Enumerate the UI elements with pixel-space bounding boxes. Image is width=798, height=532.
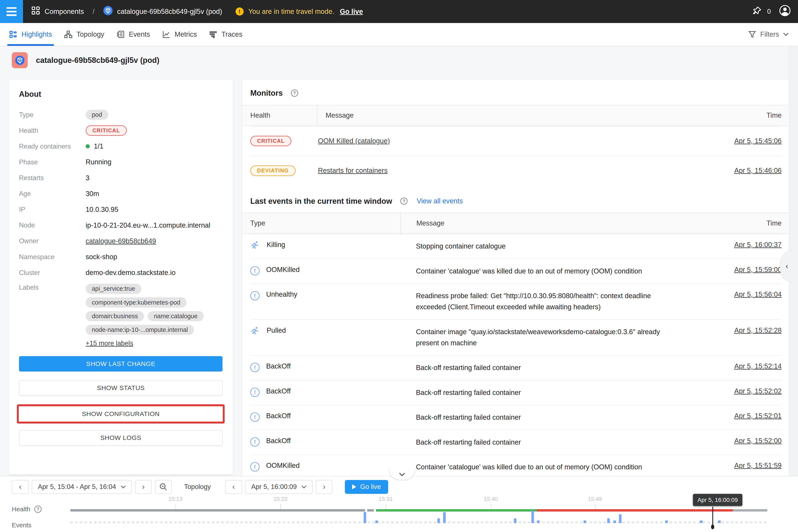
owner-link[interactable]: catalogue-69b58cb649 [86,237,156,245]
health-help-icon[interactable]: ? [34,506,41,513]
event-row[interactable]: !BackOffBack-off restarting failed conta… [250,355,782,380]
timeline-chart[interactable]: 15:1315:2215:3115:4015:49 Apr 5, 16:00:0… [70,476,770,532]
alert-circle-icon: ! [250,388,260,397]
event-time-link[interactable]: Apr 5, 15:52:00 [734,437,782,444]
action-button-show-logs[interactable]: SHOW LOGS [19,430,223,445]
event-type-label: BackOff [266,412,291,420]
monitor-message-cell: Restarts for containers [317,167,700,174]
event-type-cell: Killing [250,241,400,251]
event-row[interactable]: !BackOffBack-off restarting failed conta… [250,405,782,430]
alert-circle-icon: ! [250,437,260,446]
event-time-link[interactable]: Apr 5, 15:52:28 [734,326,782,334]
col-health: Health [250,112,317,119]
monitor-health-cell: CRITICAL [250,136,317,146]
event-time-cell: Apr 5, 15:52:14 [700,362,782,370]
hamburger-menu-button[interactable] [0,0,23,23]
breadcrumb-entity[interactable]: catalogue-69b58cb649-gjl5v (pod) [117,8,222,16]
monitor-message-link[interactable]: Restarts for containers [318,167,388,174]
monitors-help-icon[interactable]: ? [291,90,298,97]
traces-icon [209,30,217,38]
events-rows: KillingStopping container catalogueApr 5… [250,234,782,477]
about-row-label: Owner [19,237,86,245]
event-time-link[interactable]: Apr 5, 15:59:00 [734,266,782,273]
event-message-cell: Stopping container catalogue [400,241,700,252]
event-bar [607,518,610,523]
page-header: catalogue-69b58cb649-gjl5v (pod) [12,52,159,68]
details-card: Monitors ? Health Message Time CRITICALO… [242,79,790,477]
event-type-label: Killing [267,241,285,249]
monitor-row[interactable]: CRITICALOOM Killed (catalogue)Apr 5, 15:… [250,126,782,156]
event-row[interactable]: !UnhealthyReadiness probe failed: Get "h… [250,284,782,319]
event-bar [584,520,586,523]
range-prev-button[interactable]: ‹ [12,480,28,494]
about-row: Ownercatalogue-69b58cb649 [19,233,223,249]
tab-metrics[interactable]: Metrics [156,23,203,45]
monitor-time-link[interactable]: Apr 5, 15:45:06 [734,137,782,145]
event-type-cell: !BackOff [250,412,400,422]
events-title: Last events in the current time window [250,197,392,206]
playhead-tooltip: Apr 5, 16:00:09 [693,494,742,506]
event-time-link[interactable]: Apr 5, 15:52:02 [734,387,782,395]
pin-icon[interactable] [752,6,762,18]
monitor-message-link[interactable]: OOM Killed (catalogue) [318,137,390,145]
about-row-value: Running [86,158,112,166]
action-button-show-last-change[interactable]: SHOW LAST CHANGE [19,356,223,372]
event-bar [514,518,516,523]
monitor-status-badge: CRITICAL [250,136,291,146]
events-help-icon[interactable]: ? [400,197,407,205]
event-row[interactable]: !OOMKilledContainer 'catalogue' was kill… [250,259,782,284]
about-row: Typepod [19,107,223,123]
more-labels-link[interactable]: +15 more labels [86,340,133,347]
event-time-link[interactable]: Apr 5, 16:00:37 [734,241,782,248]
tab-traces[interactable]: Traces [203,23,248,45]
monitor-row[interactable]: DEVIATINGRestarts for containersApr 5, 1… [250,156,782,186]
tab-label: Traces [222,31,242,38]
label-pill: name:catalogue [148,311,204,321]
event-bar [531,511,534,523]
tick-line [175,504,176,510]
breadcrumb-section[interactable]: Components [44,8,84,16]
breadcrumb-separator: / [93,7,94,16]
events-icon [117,30,125,38]
label-pill: component-type:kubernetes-pod [86,297,187,307]
funnel-icon [748,31,756,38]
event-type-label: BackOff [266,387,291,395]
action-button-show-configuration[interactable]: SHOW CONFIGURATION [19,406,223,422]
tick-label: 15:40 [484,496,498,502]
filters-label: Filters [760,31,779,38]
event-row[interactable]: !BackOffBack-off restarting failed conta… [250,430,782,455]
event-time-link[interactable]: Apr 5, 15:52:01 [734,412,782,420]
event-time-link[interactable]: Apr 5, 15:52:14 [734,362,782,370]
event-row[interactable]: !OOMKilledContainer 'catalogue' was kill… [250,455,782,477]
event-type-cell: Pulled [250,326,400,336]
alert-circle-icon: ! [250,462,260,471]
health-badge: CRITICAL [86,125,127,136]
event-row[interactable]: KillingStopping container catalogueApr 5… [250,234,782,259]
about-row: HealthCRITICAL [19,123,223,138]
playhead-dot[interactable] [711,525,714,529]
playhead-line[interactable] [712,507,713,527]
event-time-cell: Apr 5, 15:59:00 [700,266,782,274]
topbar-right: 0 [752,5,798,18]
view-all-events-link[interactable]: View all events [417,197,463,205]
tab-events[interactable]: Events [110,23,156,45]
action-button-show-status[interactable]: SHOW STATUS [19,380,223,396]
event-row[interactable]: PulledContainer image "quay.io/stackstat… [250,319,782,355]
about-row-label: Health [19,127,86,134]
tab-highlights[interactable]: Highlights [3,23,58,45]
about-row-label: Phase [19,158,86,166]
user-avatar[interactable] [779,5,791,18]
event-time-link[interactable]: Apr 5, 15:51:59 [734,462,782,469]
filters-button[interactable]: Filters [748,31,798,38]
pod-icon [103,6,113,17]
event-time-link[interactable]: Apr 5, 15:56:04 [734,290,782,298]
monitor-time-link[interactable]: Apr 5, 15:46:06 [734,167,782,174]
event-time-cell: Apr 5, 16:00:37 [700,241,782,249]
tick-line [385,504,386,510]
go-live-link[interactable]: Go live [340,8,363,16]
about-row: Restarts3 [19,170,223,186]
tab-topology[interactable]: Topology [58,23,110,45]
event-time-cell: Apr 5, 15:56:04 [700,290,782,298]
event-row[interactable]: !BackOffBack-off restarting failed conta… [250,380,782,405]
about-row: Nodeip-10-0-21-204.eu-w...1.compute.inte… [19,217,223,233]
